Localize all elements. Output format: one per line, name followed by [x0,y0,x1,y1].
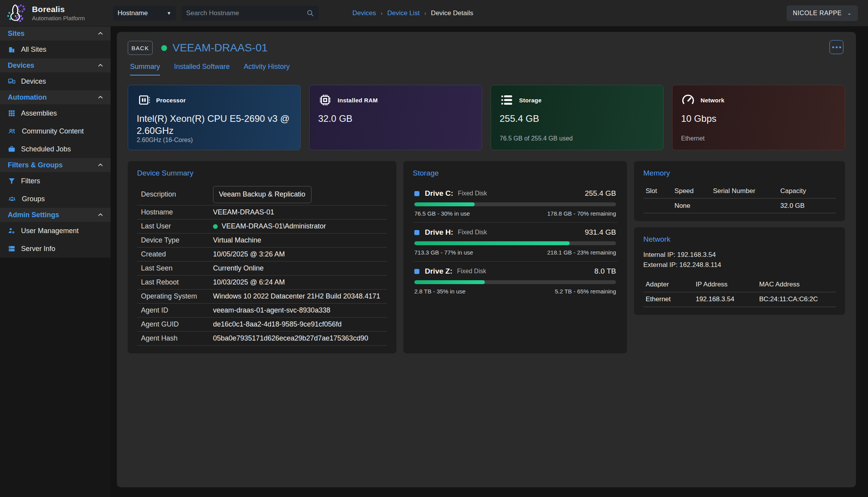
description-input[interactable] [213,186,312,203]
groups-icon [8,195,16,203]
back-button[interactable]: BACK [128,41,153,55]
chevron-up-icon [97,94,104,100]
user-menu-button[interactable]: NICOLE RAPPE ⌄ [787,5,858,21]
ram-chip-icon [318,93,332,107]
drive-remaining-label: 218.1 GB - 23% remaining [547,249,616,256]
network-panel-title: Network [643,235,836,244]
sidebar-section-automation[interactable]: Automation [0,90,111,104]
summary-row-last-user: Last User VEEAM-DRAAS-01\Administrator [137,220,387,234]
drive-used-label: 76.5 GB - 30% in use [414,210,470,217]
installed-ram-card: Installed RAM 32.0 GB [309,85,482,150]
devices-icon [8,77,16,85]
memory-table-header: Slot Speed Serial Number Capacity [643,184,836,198]
memory-panel-title: Memory [643,169,836,177]
card-label: Processor [156,97,186,104]
device-summary-title: Device Summary [137,169,387,177]
detail-panels: Device Summary Description Hostname VEEA… [128,161,845,353]
sidebar-item-filters[interactable]: Filters [0,172,111,190]
sidebar-section-admin-settings[interactable]: Admin Settings [0,208,111,222]
brand-name: Borealis [32,5,85,14]
storage-panel-title: Storage [413,169,618,177]
chevron-up-icon [97,62,104,68]
sidebar-section-devices[interactable]: Devices [0,58,111,72]
people-icon [8,127,16,135]
breadcrumb-devices[interactable]: Devices [352,9,376,17]
internal-ip: Internal IP: 192.168.3.54 [643,250,836,260]
storage-value: 255.4 GB [500,112,655,125]
tab-summary[interactable]: Summary [130,63,160,76]
sidebar-item-groups[interactable]: Groups [0,190,111,208]
filter-icon [8,177,16,185]
drive-usage-bar [414,202,616,206]
user-name: NICOLE RAPPE [793,10,842,17]
drive-icon [414,230,419,235]
top-bar: Borealis Automation Platform Hostname ▼ … [0,0,868,26]
search-icon [306,9,314,17]
breadcrumb-device-details: Device Details [431,9,474,17]
user-gear-icon [8,227,16,235]
search-field-dropdown-value: Hostname [118,9,148,17]
sidebar: Sites All Sites Devices Devices Automati… [0,26,111,497]
breadcrumb-separator-icon: › [380,10,382,16]
online-status-dot [213,224,218,229]
drive-used-label: 713.3 GB - 77% in use [414,249,473,256]
device-details-panel: BACK VEEAM-DRAAS-01 Summary Installed So… [117,32,856,487]
drive-icon [414,191,419,196]
chevron-down-icon: ▼ [167,11,171,16]
processor-sub: 2.60GHz (16-Cores) [137,137,292,144]
memory-table-row: None 32.0 GB [643,198,836,213]
sidebar-item-scheduled-jobs[interactable]: Scheduled Jobs [0,140,111,158]
breadcrumb-separator-icon: › [424,10,426,16]
search-input[interactable] [186,9,306,17]
network-value: 10 Gbps [681,112,836,125]
tab-activity-history[interactable]: Activity History [244,63,290,76]
processor-value: Intel(R) Xeon(R) CPU E5-2690 v3 @ 2.60GH… [137,112,292,137]
device-tabs: Summary Installed Software Activity Hist… [128,63,845,76]
memory-panel: Memory Slot Speed Serial Number Capacity… [634,161,845,221]
summary-row-description: Description [137,184,387,205]
tab-installed-software[interactable]: Installed Software [174,63,230,76]
summary-row-created: Created 10/05/2025 @ 3:26 AM [137,248,387,262]
sidebar-item-community-content[interactable]: Community Content [0,122,111,140]
drive-usage-bar [414,280,616,284]
sidebar-item-user-management[interactable]: User Management [0,222,111,240]
device-name-title: VEEAM-DRAAS-01 [173,42,268,54]
borealis-rabbit-logo [5,3,26,24]
sidebar-section-sites[interactable]: Sites [0,26,111,40]
storage-sub: 76.5 GB of 255.4 GB used [500,135,655,142]
sidebar-item-all-sites[interactable]: All Sites [0,40,111,58]
sidebar-section-filters-groups[interactable]: Filters & Groups [0,158,111,172]
device-header: BACK VEEAM-DRAAS-01 [128,40,845,56]
building-icon [8,46,16,53]
card-label: Installed RAM [338,97,378,104]
sidebar-item-devices[interactable]: Devices [0,72,111,90]
drive-row-h: Drive H: Fixed Disk 931.4 GB 713.3 GB - … [413,223,618,262]
cpu-icon [137,93,151,107]
briefcase-icon [8,145,16,153]
summary-row-last-seen: Last Seen Currently Online [137,262,387,276]
summary-row-agent-hash: Agent Hash 05ba0e7935171d626ecea29b27d7a… [137,332,387,346]
online-status-dot [161,45,167,51]
drive-row-z: Drive Z: Fixed Disk 8.0 TB 2.8 TB - 35% … [413,262,618,300]
chevron-up-icon [97,162,104,168]
card-label: Network [701,97,724,104]
breadcrumb-device-list[interactable]: Device List [387,9,419,17]
chevron-up-icon [97,212,104,218]
stat-cards: Processor Intel(R) Xeon(R) CPU E5-2690 v… [128,85,845,150]
storage-stack-icon [500,93,514,107]
search-field-dropdown[interactable]: Hostname ▼ [113,6,176,21]
network-panel: Network Internal IP: 192.168.3.54 Extern… [634,227,845,315]
drive-remaining-label: 5.2 TB - 65% remaining [555,288,616,295]
processor-card: Processor Intel(R) Xeon(R) CPU E5-2690 v… [128,85,301,150]
right-column: Memory Slot Speed Serial Number Capacity… [634,161,845,353]
server-icon [8,245,16,253]
drive-remaining-label: 178.8 GB - 70% remaining [547,210,616,217]
summary-row-agent-id: Agent ID veeam-draas-01-agent-svc-8930a3… [137,304,387,318]
gauge-icon [681,93,695,107]
summary-row-hostname: Hostname VEEAM-DRAAS-01 [137,205,387,220]
sidebar-item-server-info[interactable]: Server Info [0,240,111,258]
summary-row-agent-guid: Agent GUID de16c0c1-8aa2-4d18-9585-9ce91… [137,318,387,332]
sidebar-item-assemblies[interactable]: Assemblies [0,104,111,122]
hostname-searchbox[interactable] [181,6,319,21]
more-actions-button[interactable] [829,40,843,54]
